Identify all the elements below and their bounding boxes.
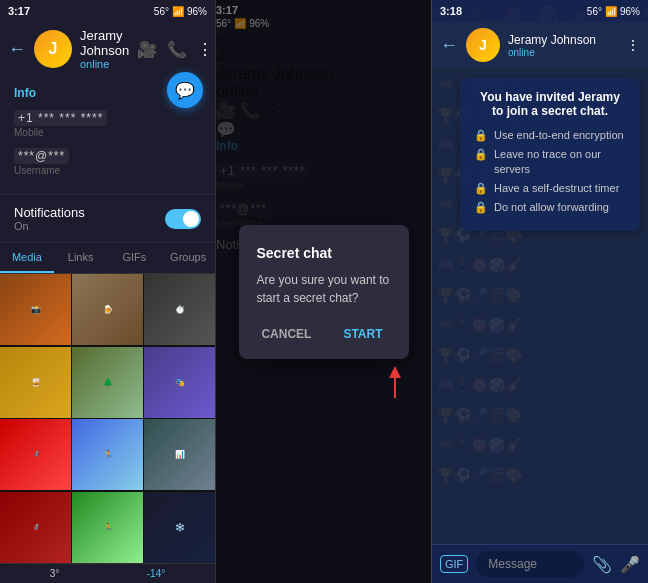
- action-icons-3: ⋮: [626, 37, 640, 53]
- arrow-head-up: [389, 366, 401, 378]
- media-cell-8[interactable]: 🏃: [72, 419, 143, 490]
- mic-icon-3[interactable]: 🎤: [620, 555, 640, 574]
- phone-3: 3:18 56° 📶 96% ← J Jeramy Johnson online…: [432, 0, 648, 583]
- message-input-3[interactable]: Message: [476, 551, 584, 577]
- media-cell-7[interactable]: 🦸: [0, 419, 71, 490]
- time-display-1: 3:17: [8, 5, 30, 17]
- arrow-line: [394, 378, 396, 398]
- media-cell-10[interactable]: 🦸: [0, 492, 71, 563]
- annotation-arrow-2: [389, 366, 401, 398]
- secret-chat-dialog: Secret chat Are you sure you want to sta…: [239, 225, 409, 359]
- tab-groups-1[interactable]: Groups: [161, 243, 215, 273]
- dialog-start-button[interactable]: START: [335, 323, 390, 345]
- username-label-1: Username: [14, 165, 201, 176]
- notifications-sub-1: On: [14, 220, 85, 232]
- notifications-label-1: Notifications: [14, 205, 85, 220]
- media-grid-1: 📸 🍺 ⏱️ 🥃 🌲 🎭 🦸 🏃 📊 🦸 🏃: [0, 274, 215, 563]
- dialog-overlay: Secret chat Are you sure you want to sta…: [216, 0, 431, 583]
- lock-icon-4: 🔒: [474, 201, 488, 214]
- media-cell-2[interactable]: 🍺: [72, 274, 143, 345]
- input-bar-3: GIF Message 📎 🎤: [432, 544, 648, 583]
- username-value-1: ***@***: [14, 148, 69, 164]
- tab-media-1[interactable]: Media: [0, 243, 54, 273]
- avatar-1: J: [34, 30, 72, 68]
- lock-icon-2: 🔒: [474, 148, 488, 161]
- tab-gifs-1[interactable]: GIFs: [108, 243, 162, 273]
- phone-row-1: +1 *** *** **** Mobile: [14, 108, 201, 138]
- back-icon-3[interactable]: ←: [440, 35, 458, 56]
- media-cell-1[interactable]: 📸: [0, 274, 71, 345]
- dialog-cancel-button[interactable]: CANCEL: [253, 323, 319, 345]
- feature-text-4: Do not allow forwarding: [494, 200, 609, 214]
- chat-content-3: You have invited Jeramy to join a secret…: [432, 68, 648, 583]
- feature-text-1: Use end-to-end encryption: [494, 128, 624, 142]
- status-bar-1: 3:17 56° 📶 96%: [0, 0, 215, 22]
- voice-call-icon-1[interactable]: 📞: [167, 40, 187, 59]
- chat-fab-1[interactable]: 💬: [167, 72, 203, 108]
- feature-text-3: Have a self-destruct timer: [494, 181, 619, 195]
- phone-value-1: +1 *** *** ****: [14, 110, 107, 126]
- notifications-label-container: Notifications On: [14, 205, 85, 232]
- signal-icon-3: 📶: [605, 6, 617, 17]
- notifications-toggle-1[interactable]: [165, 209, 201, 229]
- more-icon-3[interactable]: ⋮: [626, 37, 640, 53]
- top-bar-3: ← J Jeramy Johnson online ⋮: [432, 22, 648, 68]
- phone-2: 3:17 56° 📶 96% ← J Jeramy Johnson online…: [216, 0, 432, 583]
- time-display-3: 3:18: [440, 5, 462, 17]
- status-icons-1: 56° 📶 96%: [154, 6, 207, 17]
- battery-temp-1: 56°: [154, 6, 169, 17]
- more-icon-1[interactable]: ⋮: [197, 40, 213, 59]
- battery-level-3: 96%: [620, 6, 640, 17]
- back-icon-1[interactable]: ←: [8, 39, 26, 60]
- tabs-1: Media Links GIFs Groups: [0, 243, 215, 274]
- dialog-body: Are you sure you want to start a secret …: [257, 271, 391, 307]
- avatar-3: J: [466, 28, 500, 62]
- tab-links-1[interactable]: Links: [54, 243, 108, 273]
- media-cell-11[interactable]: 🏃: [72, 492, 143, 563]
- video-call-icon-1[interactable]: 🎥: [137, 40, 157, 59]
- battery-level-1: 96%: [187, 6, 207, 17]
- feature-2: 🔒 Leave no trace on our servers: [474, 147, 626, 176]
- status-icons-3: 56° 📶 96%: [587, 6, 640, 17]
- user-status-3: online: [508, 47, 596, 58]
- gif-button-3[interactable]: GIF: [440, 555, 468, 573]
- user-name-3: Jeramy Johnson: [508, 33, 596, 47]
- media-cell-9[interactable]: 📊: [144, 419, 215, 490]
- secret-chat-notice: You have invited Jeramy to join a secret…: [460, 78, 640, 231]
- action-icons-1: 🎥 📞 ⋮: [137, 40, 213, 59]
- phone-label-1: Mobile: [14, 127, 201, 138]
- media-cell-6[interactable]: 🎭: [144, 347, 215, 418]
- feature-3: 🔒 Have a self-destruct timer: [474, 181, 626, 195]
- dialog-actions: CANCEL START: [257, 323, 391, 345]
- dialog-title: Secret chat: [257, 245, 391, 261]
- media-cell-12[interactable]: ❄️: [144, 492, 215, 563]
- lock-icon-3: 🔒: [474, 182, 488, 195]
- lock-icon-1: 🔒: [474, 129, 488, 142]
- notice-title: You have invited Jeramy to join a secret…: [474, 90, 626, 118]
- user-info-1: Jeramy Johnson online: [80, 28, 129, 70]
- top-bar-1: ← J Jeramy Johnson online 🎥 📞 ⋮: [0, 22, 215, 76]
- user-info-3: Jeramy Johnson online: [508, 33, 596, 58]
- status-bar-3: 3:18 56° 📶 96%: [432, 0, 648, 22]
- phone-1: 3:17 56° 📶 96% ← J Jeramy Johnson online…: [0, 0, 216, 583]
- user-name-1: Jeramy Johnson: [80, 28, 129, 58]
- feature-1: 🔒 Use end-to-end encryption: [474, 128, 626, 142]
- feature-4: 🔒 Do not allow forwarding: [474, 200, 626, 214]
- attach-icon-3[interactable]: 📎: [592, 555, 612, 574]
- battery-temp-3: 56°: [587, 6, 602, 17]
- signal-icon-1: 📶: [172, 6, 184, 17]
- media-cell-5[interactable]: 🌲: [72, 347, 143, 418]
- media-cell-4[interactable]: 🥃: [0, 347, 71, 418]
- user-status-1: online: [80, 58, 129, 70]
- notifications-section-1: Notifications On: [0, 195, 215, 243]
- feature-text-2: Leave no trace on our servers: [494, 147, 626, 176]
- username-row-1: ***@*** Username: [14, 146, 201, 176]
- media-cell-3[interactable]: ⏱️: [144, 274, 215, 345]
